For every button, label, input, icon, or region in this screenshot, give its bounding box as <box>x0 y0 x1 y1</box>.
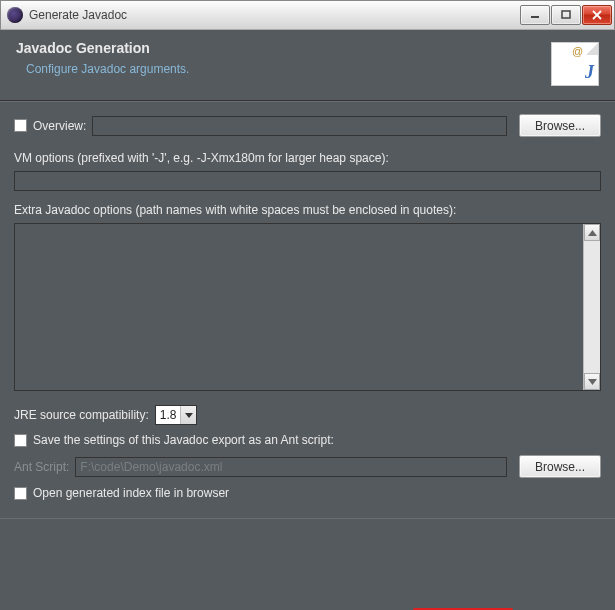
open-index-checkbox[interactable] <box>14 487 27 500</box>
overview-input[interactable] <box>92 116 507 136</box>
overview-label: Overview: <box>33 119 86 133</box>
banner-heading: Javadoc Generation <box>16 40 189 56</box>
extra-options-container <box>14 223 601 391</box>
jre-compat-label: JRE source compatibility: <box>14 408 149 422</box>
vm-options-label: VM options (prefixed with '-J', e.g. -J-… <box>14 151 601 165</box>
jre-compat-select[interactable]: 1.8 <box>155 405 198 425</box>
javadoc-icon: @ J <box>551 42 599 86</box>
extra-options-label: Extra Javadoc options (path names with w… <box>14 203 601 217</box>
window-controls <box>520 5 612 25</box>
overview-checkbox[interactable] <box>14 119 27 132</box>
ant-script-label: Ant Script: <box>14 460 69 474</box>
jre-compat-value: 1.8 <box>156 408 181 422</box>
overview-browse-button[interactable]: Browse... <box>519 114 601 137</box>
wizard-footer: ? < Back Next > Finish Cancel <box>0 599 615 610</box>
titlebar[interactable]: Generate Javadoc <box>0 0 615 30</box>
wizard-content: Overview: Browse... VM options (prefixed… <box>0 101 615 599</box>
window-title: Generate Javadoc <box>29 8 520 22</box>
ant-script-browse-button[interactable]: Browse... <box>519 455 601 478</box>
maximize-button[interactable] <box>551 5 581 25</box>
separator <box>0 518 615 519</box>
open-index-label: Open generated index file in browser <box>33 486 229 500</box>
eclipse-icon <box>7 7 23 23</box>
scroll-down-button[interactable] <box>584 373 600 390</box>
save-ant-label: Save the settings of this Javadoc export… <box>33 433 334 447</box>
extra-options-textarea[interactable] <box>15 224 583 390</box>
scrollbar[interactable] <box>583 224 600 390</box>
chevron-down-icon <box>180 406 196 424</box>
minimize-button[interactable] <box>520 5 550 25</box>
wizard-banner: Javadoc Generation Configure Javadoc arg… <box>0 30 615 101</box>
ant-script-input <box>75 457 507 477</box>
vm-options-input[interactable] <box>14 171 601 191</box>
close-button[interactable] <box>582 5 612 25</box>
scroll-up-button[interactable] <box>584 224 600 241</box>
banner-subheading: Configure Javadoc arguments. <box>26 62 189 76</box>
svg-rect-1 <box>562 11 570 18</box>
save-ant-checkbox[interactable] <box>14 434 27 447</box>
